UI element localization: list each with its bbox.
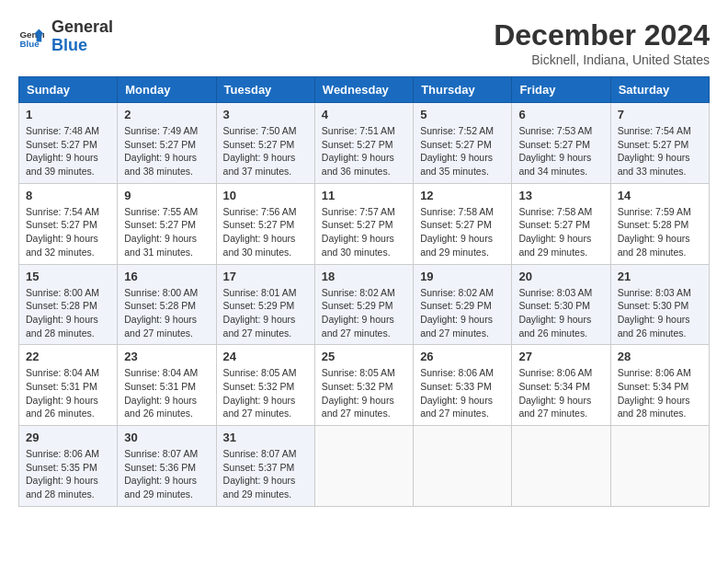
cell-content: Sunrise: 8:05 AM Sunset: 5:32 PM Dayligh… <box>223 366 308 420</box>
cell-content: Sunrise: 8:06 AM Sunset: 5:34 PM Dayligh… <box>618 366 702 420</box>
cell-content: Sunrise: 8:00 AM Sunset: 5:28 PM Dayligh… <box>26 286 110 340</box>
table-row: 17 Sunrise: 8:01 AM Sunset: 5:29 PM Dayl… <box>216 264 314 345</box>
day-number: 29 <box>26 431 110 444</box>
table-row: 13 Sunrise: 7:58 AM Sunset: 5:27 PM Dayl… <box>512 183 610 264</box>
day-number: 27 <box>518 350 603 363</box>
cell-content: Sunrise: 7:49 AM Sunset: 5:27 PM Dayligh… <box>124 124 209 178</box>
table-row: 12 Sunrise: 7:58 AM Sunset: 5:27 PM Dayl… <box>414 183 512 264</box>
location: Bicknell, Indiana, United States <box>494 52 710 67</box>
title-block: December 2024 Bicknell, Indiana, United … <box>494 18 710 67</box>
month-title: December 2024 <box>494 18 710 52</box>
table-row: 8 Sunrise: 7:54 AM Sunset: 5:27 PM Dayli… <box>19 183 118 264</box>
table-row: 31 Sunrise: 8:07 AM Sunset: 5:37 PM Dayl… <box>216 426 314 507</box>
logo-general: General <box>51 17 113 36</box>
logo-text: General Blue <box>51 18 113 55</box>
logo-icon: General Blue <box>18 24 44 50</box>
col-saturday: Saturday <box>610 77 709 103</box>
table-row: 6 Sunrise: 7:53 AM Sunset: 5:27 PM Dayli… <box>512 103 610 184</box>
cell-content: Sunrise: 8:06 AM Sunset: 5:35 PM Dayligh… <box>26 447 110 501</box>
col-friday: Friday <box>512 77 610 103</box>
day-number: 30 <box>124 431 209 444</box>
cell-content: Sunrise: 8:07 AM Sunset: 5:37 PM Dayligh… <box>223 447 308 501</box>
cell-content: Sunrise: 8:03 AM Sunset: 5:30 PM Dayligh… <box>518 286 603 340</box>
calendar-week-2: 8 Sunrise: 7:54 AM Sunset: 5:27 PM Dayli… <box>19 183 710 264</box>
table-row: 26 Sunrise: 8:06 AM Sunset: 5:33 PM Dayl… <box>414 345 512 426</box>
table-row: 2 Sunrise: 7:49 AM Sunset: 5:27 PM Dayli… <box>118 103 216 184</box>
day-number: 4 <box>322 108 406 121</box>
day-number: 1 <box>26 108 110 121</box>
day-number: 25 <box>322 350 406 363</box>
cell-content: Sunrise: 7:52 AM Sunset: 5:27 PM Dayligh… <box>420 124 505 178</box>
day-number: 26 <box>420 350 505 363</box>
day-number: 18 <box>322 270 406 283</box>
empty-cell <box>512 426 610 507</box>
cell-content: Sunrise: 8:07 AM Sunset: 5:36 PM Dayligh… <box>124 447 209 501</box>
cell-content: Sunrise: 7:48 AMSunset: 5:27 PMDaylight:… <box>26 124 110 178</box>
table-row: 15 Sunrise: 8:00 AM Sunset: 5:28 PM Dayl… <box>19 264 118 345</box>
table-row: 14 Sunrise: 7:59 AM Sunset: 5:28 PM Dayl… <box>610 183 709 264</box>
calendar-week-5: 29 Sunrise: 8:06 AM Sunset: 5:35 PM Dayl… <box>19 426 710 507</box>
cell-content: Sunrise: 7:50 AM Sunset: 5:27 PM Dayligh… <box>223 124 308 178</box>
empty-cell <box>414 426 512 507</box>
day-number: 17 <box>223 270 308 283</box>
cell-content: Sunrise: 7:59 AM Sunset: 5:28 PM Dayligh… <box>618 205 702 259</box>
day-number: 13 <box>518 189 603 202</box>
table-row: 18 Sunrise: 8:02 AM Sunset: 5:29 PM Dayl… <box>314 264 413 345</box>
day-number: 21 <box>618 270 702 283</box>
cell-content: Sunrise: 7:55 AM Sunset: 5:27 PM Dayligh… <box>124 205 209 259</box>
calendar-week-1: 1 Sunrise: 7:48 AMSunset: 5:27 PMDayligh… <box>19 103 710 184</box>
cell-content: Sunrise: 8:02 AM Sunset: 5:29 PM Dayligh… <box>420 286 505 340</box>
day-number: 5 <box>420 108 505 121</box>
day-number: 31 <box>223 431 308 444</box>
calendar-table: Sunday Monday Tuesday Wednesday Thursday… <box>18 76 710 507</box>
day-number: 10 <box>223 189 308 202</box>
cell-content: Sunrise: 7:58 AM Sunset: 5:27 PM Dayligh… <box>518 205 603 259</box>
table-row: 4 Sunrise: 7:51 AM Sunset: 5:27 PM Dayli… <box>314 103 413 184</box>
day-number: 15 <box>26 270 110 283</box>
table-row: 25 Sunrise: 8:05 AM Sunset: 5:32 PM Dayl… <box>314 345 413 426</box>
table-row: 9 Sunrise: 7:55 AM Sunset: 5:27 PM Dayli… <box>118 183 216 264</box>
day-number: 6 <box>518 108 603 121</box>
day-number: 23 <box>124 350 209 363</box>
cell-content: Sunrise: 7:58 AM Sunset: 5:27 PM Dayligh… <box>420 205 505 259</box>
col-wednesday: Wednesday <box>314 77 413 103</box>
table-row: 10 Sunrise: 7:56 AM Sunset: 5:27 PM Dayl… <box>216 183 314 264</box>
col-thursday: Thursday <box>414 77 512 103</box>
table-row: 30 Sunrise: 8:07 AM Sunset: 5:36 PM Dayl… <box>118 426 216 507</box>
day-number: 14 <box>618 189 702 202</box>
table-row: 22 Sunrise: 8:04 AM Sunset: 5:31 PM Dayl… <box>19 345 118 426</box>
table-row: 1 Sunrise: 7:48 AMSunset: 5:27 PMDayligh… <box>19 103 118 184</box>
day-number: 2 <box>124 108 209 121</box>
table-row: 7 Sunrise: 7:54 AM Sunset: 5:27 PM Dayli… <box>610 103 709 184</box>
cell-content: Sunrise: 7:54 AM Sunset: 5:27 PM Dayligh… <box>618 124 702 178</box>
cell-content: Sunrise: 8:06 AM Sunset: 5:33 PM Dayligh… <box>420 366 505 420</box>
day-number: 22 <box>26 350 110 363</box>
day-number: 24 <box>223 350 308 363</box>
cell-content: Sunrise: 8:00 AM Sunset: 5:28 PM Dayligh… <box>124 286 209 340</box>
table-row: 16 Sunrise: 8:00 AM Sunset: 5:28 PM Dayl… <box>118 264 216 345</box>
table-row: 29 Sunrise: 8:06 AM Sunset: 5:35 PM Dayl… <box>19 426 118 507</box>
day-number: 19 <box>420 270 505 283</box>
day-number: 8 <box>26 189 110 202</box>
table-row: 3 Sunrise: 7:50 AM Sunset: 5:27 PM Dayli… <box>216 103 314 184</box>
cell-content: Sunrise: 7:51 AM Sunset: 5:27 PM Dayligh… <box>322 124 406 178</box>
day-number: 3 <box>223 108 308 121</box>
day-number: 7 <box>618 108 702 121</box>
table-row: 23 Sunrise: 8:04 AM Sunset: 5:31 PM Dayl… <box>118 345 216 426</box>
calendar-week-3: 15 Sunrise: 8:00 AM Sunset: 5:28 PM Dayl… <box>19 264 710 345</box>
table-row: 27 Sunrise: 8:06 AM Sunset: 5:34 PM Dayl… <box>512 345 610 426</box>
calendar-header-row: Sunday Monday Tuesday Wednesday Thursday… <box>19 77 710 103</box>
day-number: 20 <box>518 270 603 283</box>
day-number: 16 <box>124 270 209 283</box>
cell-content: Sunrise: 8:01 AM Sunset: 5:29 PM Dayligh… <box>223 286 308 340</box>
logo: General Blue General Blue <box>18 18 113 55</box>
day-number: 28 <box>618 350 702 363</box>
cell-content: Sunrise: 8:04 AM Sunset: 5:31 PM Dayligh… <box>26 366 110 420</box>
col-tuesday: Tuesday <box>216 77 314 103</box>
day-number: 11 <box>322 189 406 202</box>
empty-cell <box>610 426 709 507</box>
cell-content: Sunrise: 7:56 AM Sunset: 5:27 PM Dayligh… <box>223 205 308 259</box>
table-row: 11 Sunrise: 7:57 AM Sunset: 5:27 PM Dayl… <box>314 183 413 264</box>
page-header: General Blue General Blue December 2024 … <box>18 18 710 67</box>
table-row: 28 Sunrise: 8:06 AM Sunset: 5:34 PM Dayl… <box>610 345 709 426</box>
